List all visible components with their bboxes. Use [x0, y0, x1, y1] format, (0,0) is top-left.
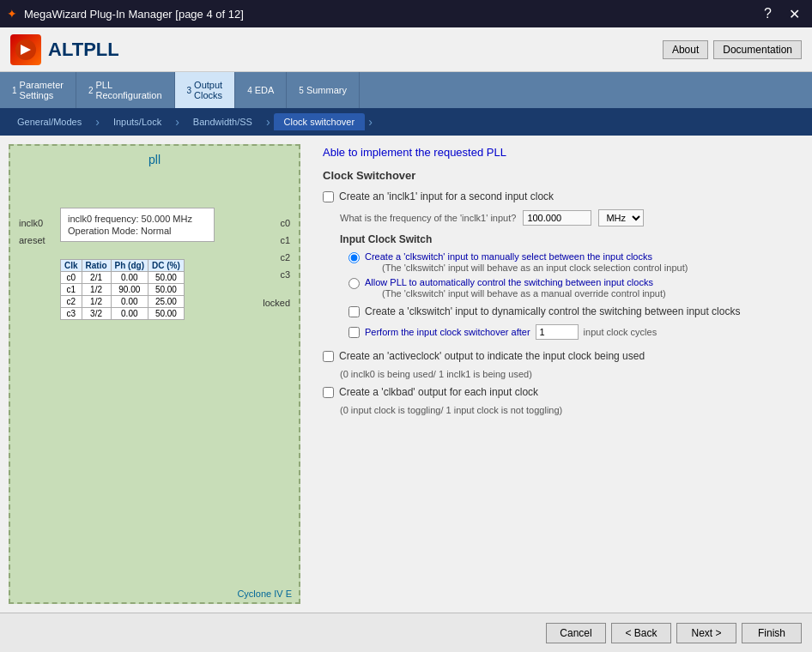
table-row: c33/20.0050.00: [61, 308, 185, 320]
checkbox-group: Create a 'clkswitch' input to dynamicall…: [348, 305, 798, 340]
clkbad-checkbox[interactable]: [323, 387, 334, 398]
perform-after-checkbox[interactable]: [348, 327, 360, 338]
header: ALTPLL About Documentation: [0, 27, 812, 72]
arrow-icon-1: ›: [95, 115, 100, 129]
freq-row: What is the frequency of the 'inclk1' in…: [340, 209, 798, 226]
title-bar-left: ✦ MegaWizard Plug-In Manager [page 4 of …: [7, 7, 244, 21]
pll-info-box: inclk0 frequency: 50.000 MHz Operation M…: [60, 208, 215, 242]
arrow-icon-3: ›: [266, 115, 270, 129]
table-header-ph: Ph (dg): [111, 260, 148, 272]
tab-output-clocks[interactable]: 3 OutputClocks: [175, 72, 236, 108]
pll-freq-info: inclk0 frequency: 50.000 MHz: [68, 214, 207, 224]
footer: Cancel < Back Next > Finish: [0, 613, 812, 652]
activeclock-label[interactable]: Create an 'activeclock' output to indica…: [339, 350, 645, 362]
tab-summary[interactable]: 5 Summary: [287, 72, 360, 108]
create-inclk1-row: Create an 'inclk1' input for a second in…: [323, 190, 798, 202]
radio2-label[interactable]: Allow PLL to automatically control the s…: [365, 277, 653, 287]
title-bar: ✦ MegaWizard Plug-In Manager [page 4 of …: [0, 0, 812, 27]
perform-after-suffix: input clock cycles: [584, 327, 657, 337]
about-button[interactable]: About: [663, 40, 708, 59]
cancel-button[interactable]: Cancel: [546, 623, 606, 643]
c3-label: c3: [280, 269, 290, 280]
radio2-row: Allow PLL to automatically control the s…: [348, 276, 798, 299]
tabs-row1: 1 ParameterSettings 2 PLLReconfiguration…: [0, 72, 812, 108]
radio1-manual[interactable]: [348, 252, 360, 263]
pll-title: pll: [17, 153, 292, 166]
radio1-label[interactable]: Create a 'clkswitch' input to manually s…: [365, 251, 652, 262]
tabs-row2: General/Modes › Inputs/Lock › Bandwidth/…: [0, 108, 812, 136]
dynamic-clkswitch-checkbox[interactable]: [348, 306, 360, 317]
tab-general-modes[interactable]: General/Modes: [7, 113, 92, 130]
radio1-sub: (The 'clkswitch' input will behave as an…: [382, 263, 688, 273]
right-panel: Able to implement the requested PLL Cloc…: [309, 136, 812, 613]
status-text: Able to implement the requested PLL: [323, 146, 798, 159]
activeclock-section: Create an 'activeclock' output to indica…: [323, 350, 798, 415]
table-header-ratio: Ratio: [82, 260, 111, 272]
table-header-clk: Clk: [61, 260, 82, 272]
input-clock-switch-title: Input Clock Switch: [340, 233, 798, 245]
tab-parameter-settings[interactable]: 1 ParameterSettings: [0, 72, 76, 108]
c0-label: c0: [280, 218, 290, 228]
arrow-icon-4: ›: [368, 115, 373, 129]
activeclock-row: Create an 'activeclock' output to indica…: [323, 350, 798, 362]
header-buttons: About Documentation: [663, 40, 802, 59]
pll-table: Clk Ratio Ph (dg) DC (%) c02/10.0050.00c…: [60, 259, 185, 320]
activeclock-sub: (0 inclk0 is being used/ 1 inclk1 is bei…: [340, 369, 798, 379]
clkbad-row: Create a 'clkbad' output for each input …: [323, 386, 798, 398]
pll-diagram: inclk0 areset c0 c1 c2 c3 locked inclk0 …: [17, 173, 292, 345]
arrow-icon-2: ›: [175, 115, 179, 129]
freq-input[interactable]: [523, 210, 591, 226]
logo-text: ALTPLL: [48, 39, 119, 61]
tab-pll-reconfig[interactable]: 2 PLLReconfiguration: [76, 72, 175, 108]
table-row: c11/290.0050.00: [61, 284, 185, 296]
create-inclk1-label[interactable]: Create an 'inclk1' input for a second in…: [339, 190, 554, 202]
pll-mode-info: Operation Mode: Normal: [68, 226, 207, 236]
tab-clock-switchover[interactable]: Clock switchover: [274, 113, 366, 130]
areset-label: areset: [19, 235, 45, 245]
perform-after-label[interactable]: Perform the input clock switchover after: [365, 327, 530, 337]
main-content: pll inclk0 areset c0 c1 c2 c3 locked inc…: [0, 136, 812, 613]
help-button[interactable]: ?: [759, 4, 777, 23]
table-row: c21/20.0025.00: [61, 296, 185, 308]
next-button[interactable]: Next >: [676, 623, 736, 643]
title-bar-controls: ? ✕: [759, 4, 805, 24]
radio-group: Create a 'clkswitch' input to manually s…: [348, 251, 798, 299]
perform-after-input[interactable]: [536, 324, 579, 340]
finish-button[interactable]: Finish: [742, 623, 802, 643]
back-button[interactable]: < Back: [611, 623, 671, 643]
dynamic-clkswitch-label[interactable]: Create a 'clkswitch' input to dynamicall…: [365, 305, 740, 317]
radio1-row: Create a 'clkswitch' input to manually s…: [348, 251, 798, 273]
tab-bandwidth-ss[interactable]: Bandwidth/SS: [183, 113, 263, 130]
table-header-dc: DC (%): [148, 260, 185, 272]
app-icon: ✦: [7, 7, 17, 21]
logo: ALTPLL: [10, 34, 119, 65]
create-inclk1-checkbox[interactable]: [323, 191, 334, 202]
documentation-button[interactable]: Documentation: [713, 40, 802, 59]
freq-question-label: What is the frequency of the 'inclk1' in…: [340, 213, 516, 223]
radio2-auto[interactable]: [348, 278, 360, 289]
tab-eda[interactable]: 4 EDA: [235, 72, 287, 108]
dynamic-clkswitch-row: Create a 'clkswitch' input to dynamicall…: [348, 305, 798, 317]
close-button[interactable]: ✕: [784, 4, 805, 24]
tab-inputs-lock[interactable]: Inputs/Lock: [103, 113, 172, 130]
radio2-sub: (The 'clkswitch' input will behave as a …: [382, 288, 666, 299]
table-row: c02/10.0050.00: [61, 272, 185, 284]
locked-label: locked: [263, 298, 290, 308]
c1-label: c1: [280, 235, 290, 245]
c2-label: c2: [280, 252, 290, 263]
inclk0-label: inclk0: [19, 218, 43, 228]
freq-unit-select[interactable]: MHz: [598, 209, 644, 226]
logo-icon: [10, 34, 41, 65]
clkbad-label[interactable]: Create a 'clkbad' output for each input …: [339, 386, 538, 398]
title-bar-text: MegaWizard Plug-In Manager [page 4 of 12…: [24, 8, 244, 21]
left-panel: pll inclk0 areset c0 c1 c2 c3 locked inc…: [9, 144, 300, 604]
cyclone-label: Cyclone IV E: [237, 589, 292, 599]
clkbad-sub: (0 input clock is toggling/ 1 input cloc…: [340, 405, 798, 415]
perform-after-row: Perform the input clock switchover after…: [348, 324, 798, 340]
clock-switchover-title: Clock Switchover: [323, 169, 798, 182]
activeclock-checkbox[interactable]: [323, 351, 334, 362]
